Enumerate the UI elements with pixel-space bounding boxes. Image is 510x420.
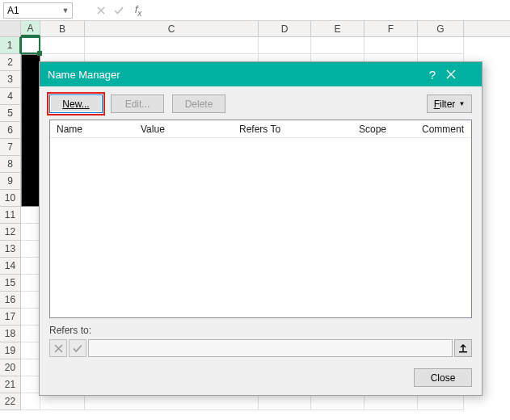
row-header-4[interactable]: 4	[0, 88, 21, 105]
cell[interactable]	[21, 275, 40, 292]
fx-icon[interactable]: fx	[128, 2, 145, 19]
cell[interactable]	[21, 342, 40, 359]
cell[interactable]	[21, 258, 40, 275]
dialog-toolbar: New... Edit... Delete Filter ▼	[40, 86, 482, 120]
delete-button: Delete	[172, 94, 225, 113]
new-button-label: New...	[62, 99, 89, 110]
refers-confirm-icon	[69, 339, 86, 357]
cell[interactable]	[21, 326, 40, 342]
column-header-G[interactable]: G	[418, 21, 464, 36]
row-header-12[interactable]: 12	[0, 224, 21, 241]
col-scope[interactable]: Scope	[359, 124, 422, 135]
cell[interactable]	[40, 37, 85, 54]
help-button[interactable]: ?	[419, 68, 446, 82]
cell[interactable]	[85, 37, 259, 54]
name-manager-dialog: Name Manager ? New... Edit... Delete Fil…	[39, 61, 483, 396]
cell[interactable]	[21, 224, 40, 241]
column-header-A[interactable]: A	[21, 21, 40, 36]
row-header-8[interactable]: 8	[0, 156, 21, 173]
cell[interactable]	[311, 393, 365, 410]
row-header-2[interactable]: 2	[0, 54, 21, 71]
names-list-body	[50, 138, 471, 317]
close-button[interactable]: Close	[414, 368, 472, 387]
cell[interactable]	[40, 393, 85, 410]
row-headers: 12345678910111213141516171819202122	[0, 37, 21, 410]
column-header-C[interactable]: C	[85, 21, 259, 36]
svg-rect-0	[459, 351, 467, 353]
new-button[interactable]: New...	[49, 94, 103, 113]
row-header-18[interactable]: 18	[0, 326, 21, 342]
names-list-headers: Name Value Refers To Scope Comment	[50, 120, 471, 138]
cell[interactable]	[21, 309, 40, 326]
delete-button-label: Delete	[185, 99, 213, 110]
column-header-D[interactable]: D	[259, 21, 311, 36]
column-header-F[interactable]: F	[365, 21, 418, 36]
row-header-5[interactable]: 5	[0, 105, 21, 122]
row-header-21[interactable]: 21	[0, 376, 21, 393]
cell[interactable]	[21, 241, 40, 258]
close-button-label: Close	[431, 372, 456, 384]
formula-bar: A1 ▼ fx	[0, 0, 510, 21]
cancel-formula-icon	[92, 2, 110, 19]
column-headers: ABCDEFG	[0, 21, 510, 37]
row-header-9[interactable]: 9	[0, 173, 21, 190]
dialog-titlebar[interactable]: Name Manager ?	[40, 62, 482, 86]
col-name[interactable]: Name	[57, 124, 141, 135]
refers-cancel-icon	[49, 339, 67, 357]
chevron-down-icon: ▼	[458, 100, 465, 107]
column-header-B[interactable]: B	[40, 21, 85, 36]
select-all-corner[interactable]	[0, 21, 21, 36]
row-header-7[interactable]: 7	[0, 139, 21, 156]
row-header-3[interactable]: 3	[0, 71, 21, 88]
cell[interactable]	[365, 37, 418, 54]
confirm-formula-icon	[110, 2, 128, 19]
cell[interactable]	[259, 37, 311, 54]
cell[interactable]	[21, 376, 40, 393]
name-box-dropdown-icon[interactable]: ▼	[59, 3, 72, 18]
col-comment[interactable]: Comment	[422, 124, 465, 135]
cell[interactable]	[85, 393, 259, 410]
cell[interactable]	[259, 393, 311, 410]
refers-to-input[interactable]	[88, 339, 453, 357]
row-header-14[interactable]: 14	[0, 258, 21, 275]
edit-button-label: Edit...	[125, 99, 150, 110]
column-header-E[interactable]: E	[311, 21, 365, 36]
cell[interactable]	[21, 292, 40, 309]
row-header-20[interactable]: 20	[0, 359, 21, 376]
row-header-16[interactable]: 16	[0, 292, 21, 309]
refers-to-label: Refers to:	[40, 318, 482, 339]
name-box-value: A1	[7, 5, 19, 16]
row-header-22[interactable]: 22	[0, 393, 21, 410]
row-header-6[interactable]: 6	[0, 122, 21, 139]
row-header-13[interactable]: 13	[0, 241, 21, 258]
edit-button: Edit...	[111, 94, 164, 113]
filter-button[interactable]: Filter ▼	[427, 94, 472, 113]
cell[interactable]	[418, 393, 464, 410]
cell[interactable]	[21, 393, 40, 410]
refers-to-controls	[40, 339, 482, 363]
cell[interactable]	[311, 37, 365, 54]
names-list[interactable]: Name Value Refers To Scope Comment	[49, 120, 472, 318]
collapse-dialog-icon[interactable]	[454, 339, 472, 357]
dark-cell-block	[21, 54, 40, 207]
cell[interactable]	[365, 393, 418, 410]
dialog-title: Name Manager	[48, 69, 120, 81]
cell[interactable]	[21, 359, 40, 376]
row-header-1[interactable]: 1	[0, 37, 21, 54]
close-icon[interactable]	[446, 69, 474, 79]
filter-button-label: ilter	[440, 99, 455, 110]
cell[interactable]	[21, 207, 40, 224]
col-refers[interactable]: Refers To	[239, 124, 359, 135]
dialog-footer: Close	[40, 363, 482, 395]
row-header-17[interactable]: 17	[0, 309, 21, 326]
row-header-15[interactable]: 15	[0, 275, 21, 292]
row-header-10[interactable]: 10	[0, 190, 21, 207]
col-value[interactable]: Value	[141, 124, 239, 135]
name-box[interactable]: A1 ▼	[3, 2, 73, 19]
row-header-11[interactable]: 11	[0, 207, 21, 224]
row-header-19[interactable]: 19	[0, 342, 21, 359]
fill-handle[interactable]	[37, 51, 42, 56]
cell[interactable]	[418, 37, 464, 54]
